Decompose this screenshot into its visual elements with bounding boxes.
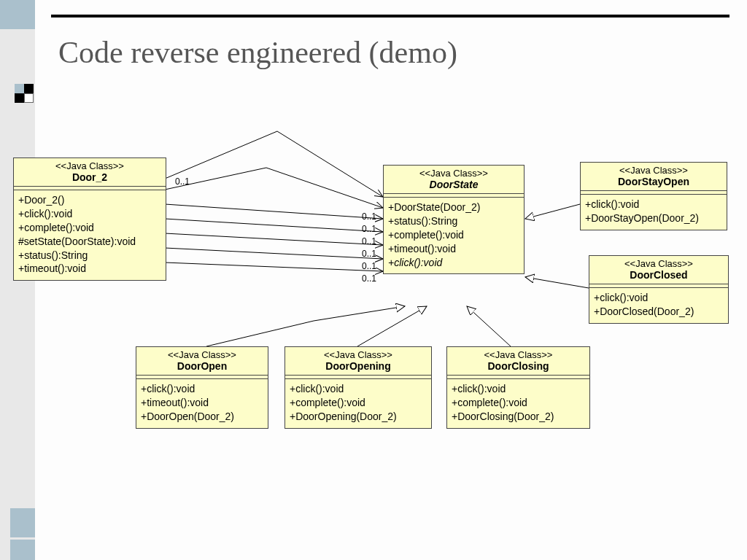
- stereotype: <<Java Class>>: [17, 160, 163, 171]
- op: +click():void: [388, 256, 519, 270]
- stereotype: <<Java Class>>: [387, 168, 521, 179]
- stereotype: <<Java Class>>: [450, 349, 587, 360]
- class-name: DoorState: [387, 179, 521, 190]
- svg-line-3: [165, 248, 383, 259]
- svg-line-1: [165, 219, 383, 232]
- op: +complete():void: [18, 221, 161, 235]
- slide-title: Code reverse engineered (demo): [58, 35, 457, 70]
- multiplicity-label: 0..1: [175, 176, 190, 187]
- op: #setState(DoorState):void: [18, 235, 161, 249]
- op: +DoorState(Door_2): [388, 201, 519, 214]
- op: +click():void: [585, 198, 722, 211]
- multiplicity-label: 0..1: [362, 224, 376, 234]
- svg-line-4: [165, 262, 383, 271]
- class-dooropening: <<Java Class>> DoorOpening +click():void…: [285, 346, 432, 429]
- multiplicity-label: 0..1: [362, 261, 376, 271]
- op: +status():String: [18, 249, 161, 262]
- class-doorstate: <<Java Class>> DoorState +DoorState(Door…: [383, 165, 525, 274]
- op: +click():void: [141, 382, 263, 396]
- class-name: DoorOpening: [288, 360, 428, 372]
- svg-line-2: [165, 233, 383, 245]
- class-name: Door_2: [17, 171, 163, 183]
- multiplicity-label: 0..1: [362, 236, 376, 246]
- op: +DoorStayOpen(Door_2): [585, 211, 722, 225]
- op: +click():void: [452, 382, 585, 396]
- op: +DoorOpen(Door_2): [141, 410, 263, 424]
- op: +status():String: [388, 214, 519, 228]
- stereotype: <<Java Class>>: [584, 165, 724, 176]
- multiplicity-label: 0..1: [362, 273, 376, 284]
- svg-line-6: [467, 306, 511, 346]
- op: +DoorOpening(Door_2): [290, 410, 427, 424]
- svg-line-0: [165, 204, 383, 219]
- stereotype: <<Java Class>>: [288, 349, 428, 360]
- decor-block: [0, 0, 35, 29]
- stereotype: <<Java Class>>: [139, 349, 265, 360]
- class-name: DoorOpen: [139, 360, 265, 372]
- decor-block: [10, 508, 35, 537]
- class-name: DoorClosed: [592, 269, 725, 281]
- op: +complete():void: [388, 228, 519, 242]
- multiplicity-label: 0..1: [362, 249, 376, 259]
- class-doorclosed: <<Java Class>> DoorClosed +click():void …: [589, 255, 729, 324]
- op: +click():void: [18, 207, 161, 221]
- stereotype: <<Java Class>>: [592, 258, 725, 269]
- class-doorstayopen: <<Java Class>> DoorStayOpen +click():voi…: [580, 162, 727, 230]
- class-door2: <<Java Class>> Door_2 +Door_2() +click()…: [13, 158, 166, 281]
- class-name: DoorClosing: [450, 360, 587, 372]
- op: +DoorClosing(Door_2): [452, 410, 585, 424]
- op: +DoorClosed(Door_2): [594, 305, 724, 319]
- svg-line-5: [357, 306, 427, 346]
- op: +click():void: [594, 291, 724, 305]
- op: +Door_2(): [18, 193, 161, 207]
- class-name: DoorStayOpen: [584, 176, 724, 187]
- decor-block: [10, 540, 35, 560]
- op: +timeout():void: [388, 242, 519, 256]
- op: +complete():void: [290, 396, 427, 410]
- bullet-icon: [15, 84, 35, 104]
- class-dooropen: <<Java Class>> DoorOpen +click():void +t…: [136, 346, 268, 429]
- multiplicity-label: 0..1: [362, 211, 376, 222]
- class-doorclosing: <<Java Class>> DoorClosing +click():void…: [446, 346, 590, 429]
- op: +click():void: [290, 382, 427, 396]
- op: +timeout():void: [141, 396, 263, 410]
- op: +complete():void: [452, 396, 585, 410]
- title-rule: [51, 15, 729, 18]
- op: +timeout():void: [18, 262, 161, 276]
